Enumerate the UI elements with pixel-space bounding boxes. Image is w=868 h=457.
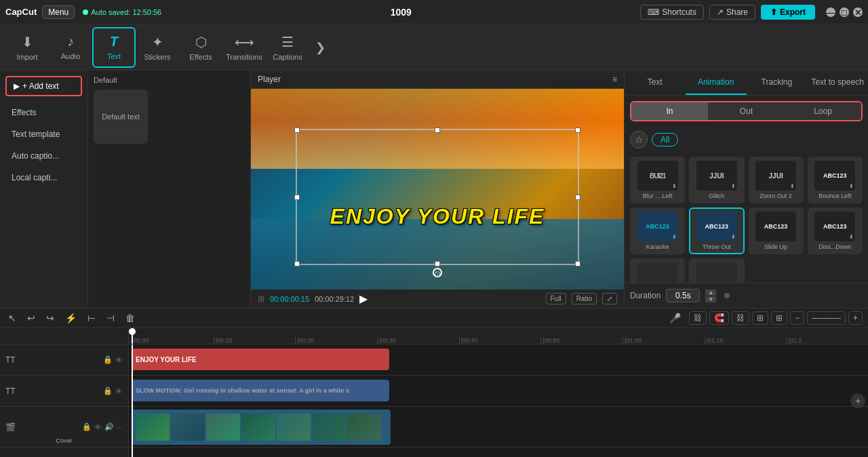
maximize-button[interactable]: □ — [840, 7, 849, 17]
effect-glitch[interactable]: JJUI ⬇ Glitch — [689, 157, 744, 203]
main-content: ▶ + Add text Effects Text template Auto … — [0, 71, 868, 308]
toolbar-effects[interactable]: ⬡ Effects — [179, 27, 222, 68]
effect-bounce-left[interactable]: ABC123 ⬇ Bounce Left — [808, 157, 863, 203]
effect-zoom-out-2[interactable]: JJUI ⬇ Zoom Out 2 — [749, 157, 804, 203]
effect-extra-1[interactable] — [630, 258, 685, 283]
tl-right-tools: ⛓ 🧲 ⛓ ⊞ ⊞ − ───── + — [689, 311, 863, 325]
expand-button[interactable]: ⤢ — [602, 293, 617, 304]
play-button[interactable]: ▶ — [359, 292, 368, 305]
shortcuts-button[interactable]: ⌨ Shortcuts — [640, 5, 704, 20]
menu-button[interactable]: Menu — [42, 5, 75, 19]
animation-subtabs: In Out Loop — [630, 101, 863, 121]
effect-diss-down[interactable]: ABC123 ⬇ Diss...Down — [808, 207, 863, 254]
tab-text[interactable]: Text — [625, 71, 686, 95]
select-tool-button[interactable]: ↖ — [5, 311, 19, 325]
full-button[interactable]: Full — [546, 293, 566, 304]
player-video[interactable]: ENJOY YOUR LIFE ⊙ — [251, 89, 624, 290]
auto-save-status: Auto saved: 12:50:56 — [83, 8, 161, 16]
track-caption-lock[interactable]: 🔒 — [103, 386, 113, 395]
track-video-controls: 🔒 👁 🔊 ··· — [82, 422, 123, 431]
trim-left-button[interactable]: ⊢ — [85, 311, 98, 325]
track-video-more[interactable]: ··· — [117, 422, 123, 431]
close-button[interactable]: ✕ — [853, 7, 863, 17]
toolbar-transitions[interactable]: ⟷ Transitions — [222, 27, 266, 68]
track-text-lock[interactable]: 🔒 — [103, 355, 113, 364]
video-clip[interactable] — [132, 410, 391, 445]
anim-tab-loop[interactable]: Loop — [785, 102, 861, 120]
track-text-eye[interactable]: 👁 — [115, 355, 123, 364]
effect-blur-left[interactable]: BUI21 ⬇ Blur ... Left — [630, 157, 685, 203]
tl-link-button[interactable]: ⛓ — [689, 311, 707, 325]
toolbar-text[interactable]: T Text — [92, 27, 136, 68]
left-panel-local-caption[interactable]: Local capti... — [5, 168, 82, 187]
tab-tracking[interactable]: Tracking — [747, 71, 808, 95]
share-button[interactable]: ↗ Share — [709, 5, 755, 20]
delete-button[interactable]: 🗑 — [123, 311, 138, 325]
effect-extra-2[interactable] — [689, 258, 744, 283]
track-video-eye[interactable]: 👁 — [94, 422, 102, 431]
add-text-button[interactable]: ▶ + Add text — [5, 76, 82, 96]
trim-right-button[interactable]: ⊣ — [104, 311, 117, 325]
split-button[interactable]: ⚡ — [62, 311, 79, 325]
export-button[interactable]: ⬆ Export — [761, 5, 815, 20]
text-list-panel: Default Default text — [88, 71, 251, 308]
video-thumb-3 — [206, 414, 240, 441]
tl-zoom-range[interactable]: ───── — [807, 311, 846, 325]
undo-button[interactable]: ↩ — [24, 311, 38, 325]
track-caption-eye[interactable]: 👁 — [115, 386, 123, 395]
captions-icon: ☰ — [281, 34, 294, 50]
ruler-label-spacer — [0, 328, 128, 344]
tl-grid-button[interactable]: ⊞ — [771, 311, 787, 325]
duration-down[interactable]: ▼ — [705, 296, 716, 302]
favorites-button[interactable]: ☆ — [630, 131, 648, 148]
duration-up[interactable]: ▲ — [705, 290, 716, 296]
track-label-caption: TT 🔒 👁 — [0, 376, 128, 407]
left-panel-effects[interactable]: Effects — [5, 103, 82, 122]
playhead[interactable] — [132, 328, 133, 344]
track-video-volume[interactable]: 🔊 — [104, 422, 114, 431]
tab-animation[interactable]: Animation — [686, 71, 747, 95]
effect-karaoke[interactable]: ABC123 ⬇ Karaoke — [630, 207, 685, 254]
right-panel: Text Animation Tracking Text to speech I… — [624, 71, 868, 308]
tl-align-button[interactable]: ⊞ — [752, 311, 768, 325]
redo-button[interactable]: ↪ — [43, 311, 57, 325]
stickers-icon: ✦ — [152, 34, 163, 50]
effect-slide-up[interactable]: ABC123 Slide Up — [749, 207, 804, 254]
track-row-video — [129, 407, 868, 448]
top-bar-right: ⌨ Shortcuts ↗ Share ⬆ Export — □ ✕ — [640, 5, 863, 20]
text-clip-enjoy[interactable]: ENJOY YOUR LIFE — [132, 349, 389, 370]
caption-clip[interactable]: SLOW MOTION: Girl running in shallow wat… — [132, 380, 389, 401]
toolbar-import[interactable]: ⬇ Import — [5, 27, 49, 68]
effect-throw-out-label: Throw Out — [703, 243, 731, 250]
tl-zoom-out-button[interactable]: − — [790, 311, 804, 325]
track-video-lock[interactable]: 🔒 — [82, 422, 92, 431]
tab-tts[interactable]: Text to speech — [807, 71, 868, 95]
track-labels: TT 🔒 👁 TT 🔒 👁 🎬 🔒 👁 — [0, 328, 129, 457]
default-text-card[interactable]: Default text — [94, 90, 148, 144]
effect-throw-out[interactable]: ABC123 ⬇ Throw Out — [689, 207, 744, 254]
left-panel-auto-caption[interactable]: Auto captio... — [5, 146, 82, 165]
track-rows: ENJOY YOUR LIFE SLOW MOTION: Girl runnin… — [129, 344, 868, 457]
tl-unlink-button[interactable]: ⛓ — [732, 311, 749, 325]
ratio-button[interactable]: Ratio — [572, 293, 597, 304]
left-panel-text-template[interactable]: Text template — [5, 125, 82, 144]
anim-tab-in[interactable]: In — [631, 102, 708, 120]
duration-input[interactable] — [666, 289, 700, 302]
tl-zoom-in-button[interactable]: + — [848, 311, 863, 325]
toolbar-more-button[interactable]: ❯ — [312, 40, 328, 55]
tl-magnet-button[interactable]: 🧲 — [709, 311, 729, 325]
anim-tab-out[interactable]: Out — [708, 102, 785, 120]
track-video-icon: 🎬 — [5, 422, 16, 432]
mic-button[interactable]: 🎤 — [667, 311, 684, 325]
toolbar: ⬇ Import ♪ Audio T Text ✦ Stickers ⬡ Eff… — [0, 24, 868, 71]
toolbar-captions[interactable]: ☰ Captions — [266, 27, 309, 68]
download-icon-6: ⬇ — [731, 234, 736, 240]
cover-label[interactable]: Cover — [56, 437, 72, 444]
all-filter-button[interactable]: All — [652, 133, 678, 146]
app-logo: CapCut — [5, 7, 37, 17]
toolbar-stickers[interactable]: ✦ Stickers — [136, 27, 179, 68]
player-menu-icon[interactable]: ≡ — [612, 75, 617, 84]
add-track-button[interactable]: + — [850, 393, 865, 408]
minimize-button[interactable]: — — [826, 7, 835, 17]
toolbar-audio[interactable]: ♪ Audio — [49, 27, 92, 68]
